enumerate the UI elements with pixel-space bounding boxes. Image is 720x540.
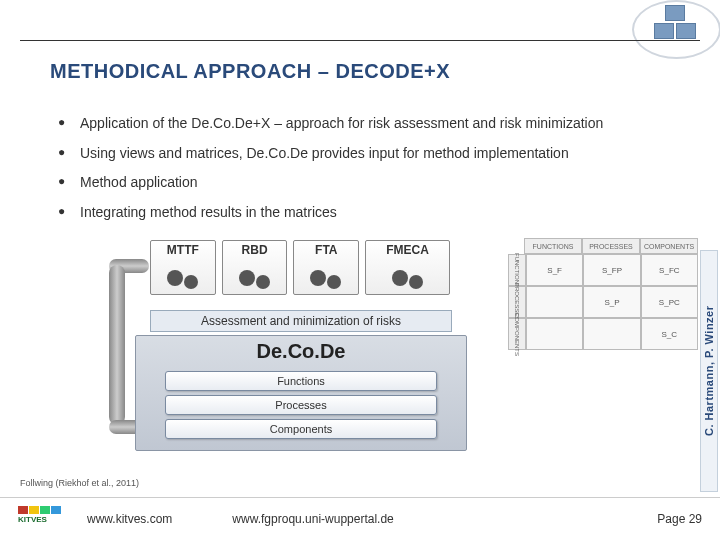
bullet-item: Method application	[58, 173, 690, 193]
svg-point-5	[327, 275, 341, 289]
bullet-item: Application of the De.Co.De+X – approach…	[58, 114, 690, 134]
org-logo	[640, 5, 710, 50]
svg-point-2	[239, 270, 255, 286]
bullet-list: Application of the De.Co.De+X – approach…	[18, 114, 690, 232]
diagram: MTTF RBD FTA FMECA Assessment and minimi…	[110, 235, 480, 485]
svg-point-6	[392, 270, 408, 286]
logo-text: KITVES	[18, 516, 73, 524]
matrix-col-header: PROCESSES	[582, 238, 640, 254]
decode-label: De.Co.De	[257, 340, 346, 363]
decode-block: De.Co.De Functions Processes Components	[135, 335, 467, 451]
layer-processes: Processes	[165, 395, 437, 415]
author-credit: C. Hartmann, P. Winzer	[700, 250, 718, 492]
layer-components: Components	[165, 419, 437, 439]
svg-point-4	[310, 270, 326, 286]
matrix-cell: S_P	[583, 286, 640, 318]
assessment-bar: Assessment and minimization of risks	[150, 310, 452, 332]
method-label: FTA	[315, 243, 337, 257]
footer-url-1: www.kitves.com	[87, 512, 172, 526]
matrix-cell: S_F	[526, 254, 583, 286]
method-label: RBD	[242, 243, 268, 257]
matrix-row-header: COMPONENTS	[508, 318, 526, 350]
divider	[20, 40, 700, 41]
gears-icon	[304, 264, 348, 292]
citation: Follwing (Riekhof et al., 2011)	[20, 478, 139, 488]
gears-icon	[161, 264, 205, 292]
matrix-cell	[526, 318, 583, 350]
svg-point-1	[184, 275, 198, 289]
matrix-cell	[583, 318, 640, 350]
svg-point-0	[167, 270, 183, 286]
bullet-item: Integrating method results in the matric…	[58, 203, 690, 223]
footer: KITVES www.kitves.com www.fgproqu.uni-wu…	[0, 497, 720, 540]
svg-point-3	[256, 275, 270, 289]
kitves-logo: KITVES	[18, 506, 73, 532]
gears-icon	[233, 264, 277, 292]
slide: METHODICAL APPROACH – DECODE+X Applicati…	[0, 0, 720, 540]
matrix-col-header: COMPONENTS	[640, 238, 698, 254]
matrix: FUNCTIONS PROCESSES COMPONENTS FUNCTIONS…	[508, 238, 698, 408]
bullet-item: Using views and matrices, De.Co.De provi…	[58, 144, 690, 164]
slide-title: METHODICAL APPROACH – DECODE+X	[50, 60, 450, 83]
page-number: Page 29	[657, 512, 702, 526]
method-label: MTTF	[167, 243, 199, 257]
footer-url-2: www.fgproqu.uni-wuppertal.de	[232, 512, 393, 526]
svg-point-7	[409, 275, 423, 289]
matrix-cell	[526, 286, 583, 318]
matrix-cell: S_FP	[583, 254, 640, 286]
matrix-col-header: FUNCTIONS	[524, 238, 582, 254]
method-box-fmeca: FMECA	[365, 240, 450, 295]
matrix-cell: S_PC	[641, 286, 698, 318]
matrix-row-header: FUNCTIONS	[508, 254, 526, 286]
method-label: FMECA	[386, 243, 429, 257]
method-box-mttf: MTTF	[150, 240, 216, 295]
matrix-cell: S_C	[641, 318, 698, 350]
matrix-cell: S_FC	[641, 254, 698, 286]
method-box-fta: FTA	[293, 240, 359, 295]
method-row: MTTF RBD FTA FMECA	[150, 240, 450, 295]
layer-functions: Functions	[165, 371, 437, 391]
gears-icon	[386, 264, 430, 292]
method-box-rbd: RBD	[222, 240, 288, 295]
